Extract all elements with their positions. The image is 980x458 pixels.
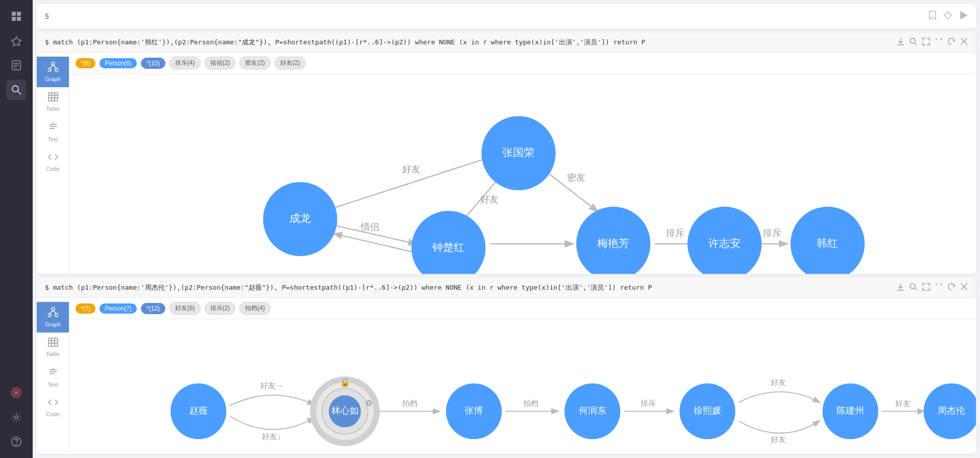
text-tab-icon-2 <box>48 367 58 380</box>
download-icon-1[interactable] <box>897 38 904 47</box>
ring-icon-right: ⚙ <box>365 398 373 408</box>
tab-code-1[interactable]: Code <box>37 147 69 177</box>
graph-area-1: 情侣 好友 好友 密友 <box>69 74 976 274</box>
edge-label-p1-4: 密友 <box>567 172 585 183</box>
svg-point-46 <box>55 314 58 317</box>
tags-bar-1: *(6) Person(6) *(10) 排斥(4) 祖祖(2) 密友(2) 好… <box>69 53 976 74</box>
diamond-icon[interactable] <box>943 11 952 22</box>
sidebar-icon-graph-db[interactable] <box>6 383 27 403</box>
edge-label-p2-8: 好友 <box>895 399 911 408</box>
query-text-2: $ match (p1:Person{name:'周杰伦'}),(p2:Pers… <box>45 283 652 292</box>
tab-code-2[interactable]: Code <box>37 393 69 422</box>
svg-point-45 <box>48 314 51 317</box>
tab-text-2[interactable]: Text <box>37 362 69 393</box>
edge-label-p2-5: 排斥 <box>641 399 656 408</box>
view-tabs-2: Graph Table <box>37 298 69 454</box>
edge-label-p2-2: 好友↓ <box>262 432 281 441</box>
refresh-icon-2[interactable] <box>948 283 955 292</box>
tab-code-label-2: Code <box>46 411 59 417</box>
svg-rect-2 <box>12 17 16 21</box>
view-tabs-1: Graph Table <box>37 53 69 274</box>
query-text-1: $ match (p1:Person{name:'韩红'}),(p2:Perso… <box>45 38 645 47</box>
svg-point-13 <box>15 392 17 394</box>
edge-label-p2-4: 拍档 <box>523 399 538 408</box>
query-header-2: $ match (p1:Person{name:'周杰伦'}),(p2:Pers… <box>37 278 976 298</box>
zoom-icon-2[interactable] <box>910 283 917 292</box>
svg-point-25 <box>52 62 55 65</box>
tab-text-1[interactable]: Text <box>37 117 69 147</box>
edge-p2-6 <box>739 392 819 402</box>
sidebar-icon-help[interactable] <box>6 431 27 452</box>
graph-svg-1: 情侣 好友 好友 密友 <box>69 74 976 274</box>
expand-icon-2[interactable] <box>922 283 930 292</box>
download-icon-2[interactable] <box>897 283 904 292</box>
rel-tag-2-1[interactable]: 好友(6) <box>169 302 201 315</box>
svg-line-48 <box>53 311 57 314</box>
tab-table-1[interactable]: Table <box>37 87 69 117</box>
svg-line-41 <box>915 288 917 290</box>
rel-tag-1-1[interactable]: 排斥(4) <box>169 57 201 69</box>
main-content: $ match (p1:Person{name:'韩红'}),(p2:Perso… <box>33 0 980 458</box>
collapse-icon-1[interactable] <box>935 38 943 47</box>
node-label-hanhong: 韩红 <box>817 237 838 249</box>
rel-tag-1-0[interactable]: *(10) <box>141 58 165 69</box>
svg-line-29 <box>53 65 57 68</box>
close-icon-1[interactable] <box>961 38 968 47</box>
graph-tab-icon-2 <box>48 307 58 320</box>
svg-marker-19 <box>961 12 967 19</box>
node-label-zhaow: 赵薇 <box>189 405 208 416</box>
close-icon-2[interactable] <box>961 283 968 292</box>
count-tag-1[interactable]: *(6) <box>76 58 95 68</box>
node-label-chenjian: 陈建州 <box>837 405 864 416</box>
rel-tag-1-2[interactable]: 祖祖(2) <box>205 57 236 69</box>
sidebar-icon-star[interactable] <box>6 31 27 51</box>
rel-tag-2-3[interactable]: 拍档(4) <box>239 302 271 315</box>
graph-tab-icon-1 <box>48 62 58 74</box>
tab-graph-1[interactable]: Graph <box>37 57 69 87</box>
svg-point-16 <box>16 444 17 445</box>
tab-text-label-1: Text <box>47 136 58 142</box>
sidebar-icon-document[interactable] <box>6 55 27 75</box>
zoom-icon-1[interactable] <box>910 38 917 47</box>
table-tab-icon-1 <box>48 92 58 104</box>
sidebar-icon-settings[interactable] <box>6 407 27 427</box>
query-input[interactable] <box>45 12 928 20</box>
table-tab-icon-2 <box>48 338 58 349</box>
query-panel-2: $ match (p1:Person{name:'周杰伦'}),(p2:Pers… <box>37 278 976 454</box>
type-tag-2[interactable]: Person(7) <box>100 303 137 314</box>
query-content-1: *(6) Person(6) *(10) 排斥(4) 祖祖(2) 密友(2) 好… <box>69 53 976 274</box>
tab-table-label-2: Table <box>46 351 59 357</box>
node-label-meiy: 梅艳芳 <box>597 237 629 249</box>
rel-tag-2-0[interactable]: *(12) <box>141 303 165 314</box>
tab-graph-2[interactable]: Graph <box>37 302 69 333</box>
edge-label-p1-7: 排斥 <box>763 228 781 238</box>
text-tab-icon-1 <box>48 122 58 135</box>
refresh-icon-1[interactable] <box>948 38 955 47</box>
tab-table-2[interactable]: Table <box>37 333 69 362</box>
svg-rect-30 <box>48 93 58 101</box>
tab-graph-label-2: Graph <box>45 321 61 327</box>
edge-p2-1 <box>230 395 313 406</box>
ring-icon-top: 🔒 <box>340 377 351 388</box>
edge-label-p1-1: 情侣 <box>360 222 379 232</box>
edge-p2-7 <box>739 421 819 434</box>
edge-label-p1-2: 好友 <box>402 164 421 174</box>
bookmark-icon[interactable] <box>928 11 937 22</box>
svg-rect-1 <box>17 12 21 16</box>
play-icon[interactable] <box>959 11 968 22</box>
rel-tag-1-3[interactable]: 密友(2) <box>239 57 271 69</box>
svg-line-10 <box>18 91 21 94</box>
rel-tag-2-2[interactable]: 排斥(2) <box>205 302 236 315</box>
sidebar-icon-grid[interactable] <box>6 6 27 27</box>
expand-icon-1[interactable] <box>922 38 930 47</box>
tab-graph-label-1: Graph <box>45 76 61 82</box>
node-label-chenlong: 成龙 <box>289 212 311 224</box>
svg-line-28 <box>50 65 53 68</box>
tab-table-label-1: Table <box>46 106 59 112</box>
rel-tag-1-4[interactable]: 好友(2) <box>275 57 306 69</box>
count-tag-2[interactable]: *(7) <box>76 303 95 314</box>
type-tag-1[interactable]: Person(6) <box>100 58 137 68</box>
sidebar-icon-search[interactable] <box>6 80 27 100</box>
collapse-icon-2[interactable] <box>935 283 943 292</box>
svg-point-27 <box>55 68 58 71</box>
